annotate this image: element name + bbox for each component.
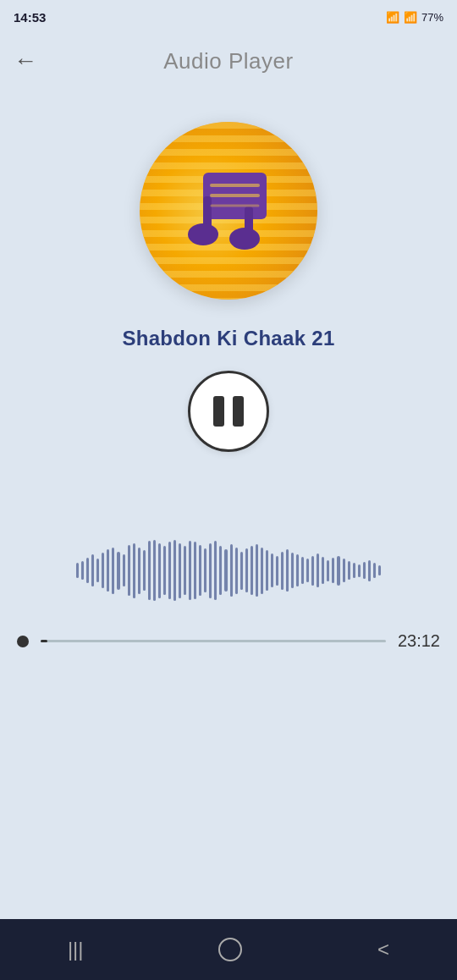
waveform-bar	[214, 541, 217, 600]
music-note-icon	[173, 164, 284, 257]
waveform-bar	[291, 553, 294, 588]
waveform-bar	[235, 548, 238, 594]
waveform-bar	[332, 558, 334, 583]
waveform-bar	[368, 560, 371, 581]
waveform-bar	[301, 557, 304, 584]
waveform-bar	[76, 563, 79, 578]
waveform-bar	[153, 540, 156, 601]
waveform-bar	[224, 549, 227, 592]
waveform-bar	[138, 548, 140, 594]
progress-fill	[41, 640, 47, 642]
waveform-bar	[219, 546, 222, 595]
waveform-bar	[91, 554, 94, 586]
waveform-bar	[358, 564, 361, 577]
waveform[interactable]	[76, 537, 381, 604]
album-art	[140, 122, 317, 300]
waveform-bar	[143, 550, 146, 591]
waveform-bar	[261, 548, 263, 594]
back-nav-button[interactable]: <	[377, 938, 389, 961]
waveform-bar	[266, 550, 268, 591]
pause-icon	[213, 396, 244, 427]
waveform-bar	[317, 553, 319, 587]
main-content: Shabdon Ki Chaak 21 23:12	[0, 88, 457, 651]
waveform-bar	[343, 559, 345, 582]
back-button[interactable]: ←	[14, 47, 37, 74]
svg-point-4	[229, 228, 260, 250]
waveform-bar	[378, 565, 381, 575]
waveform-bar	[311, 556, 314, 586]
waveform-bar	[81, 561, 84, 580]
signal-icon: 📶	[404, 11, 417, 24]
pause-bar-right	[233, 396, 244, 427]
waveform-bar	[230, 544, 233, 597]
waveform-bar	[133, 543, 135, 598]
progress-dot[interactable]	[17, 636, 29, 647]
song-title: Shabdon Ki Chaak 21	[122, 327, 334, 350]
waveform-bar	[168, 542, 171, 599]
waveform-bar	[184, 546, 186, 595]
waveform-bar	[117, 552, 119, 590]
waveform-bar	[123, 554, 125, 586]
waveform-bar	[306, 559, 309, 582]
waveform-bar	[86, 558, 89, 583]
svg-point-3	[188, 223, 218, 245]
waveform-bar	[337, 556, 339, 586]
status-icons: 📶 📶 77%	[386, 11, 443, 24]
status-time: 14:53	[14, 10, 46, 25]
waveform-bar	[163, 546, 166, 595]
waveform-bar	[256, 544, 258, 597]
battery-icon: 77%	[421, 11, 443, 24]
waveform-bar	[240, 552, 243, 590]
progress-section[interactable]: 23:12	[17, 631, 440, 651]
waveform-bar	[173, 540, 176, 601]
waveform-bar	[276, 556, 278, 586]
waveform-bar	[271, 553, 273, 587]
wifi-icon: 📶	[386, 11, 399, 24]
waveform-bar	[251, 546, 253, 595]
pause-bar-left	[213, 396, 224, 427]
waveform-bar	[281, 552, 284, 590]
waveform-bar	[128, 545, 130, 596]
waveform-bar	[353, 563, 355, 578]
waveform-bar	[179, 543, 181, 598]
home-button[interactable]	[218, 938, 242, 961]
waveform-bar	[296, 554, 299, 586]
waveform-bar	[189, 541, 191, 600]
waveform-bar	[102, 553, 104, 588]
waveform-bar	[148, 541, 151, 600]
menu-button[interactable]: |||	[68, 938, 84, 961]
progress-track[interactable]	[41, 640, 386, 642]
waveform-bar	[245, 548, 248, 592]
status-bar: 14:53 📶 📶 77%	[0, 0, 457, 34]
waveform-bar	[373, 563, 376, 578]
waveform-bar	[348, 561, 350, 580]
waveform-bar	[363, 562, 366, 579]
bottom-nav: ||| <	[0, 919, 457, 980]
waveform-bar	[322, 557, 324, 584]
waveform-bar	[194, 542, 196, 599]
waveform-bar	[286, 549, 289, 592]
pause-button[interactable]	[188, 371, 269, 452]
progress-time: 23:12	[398, 631, 440, 651]
waveform-bar	[209, 543, 212, 598]
waveform-bar	[107, 549, 109, 592]
header: ← Audio Player	[0, 34, 457, 88]
waveform-bar	[112, 548, 114, 594]
page-title: Audio Player	[0, 48, 457, 74]
waveform-bar	[158, 543, 161, 598]
waveform-bar	[204, 548, 206, 592]
waveform-bar	[199, 545, 201, 596]
waveform-bar	[96, 559, 99, 582]
waveform-bar	[327, 560, 329, 581]
